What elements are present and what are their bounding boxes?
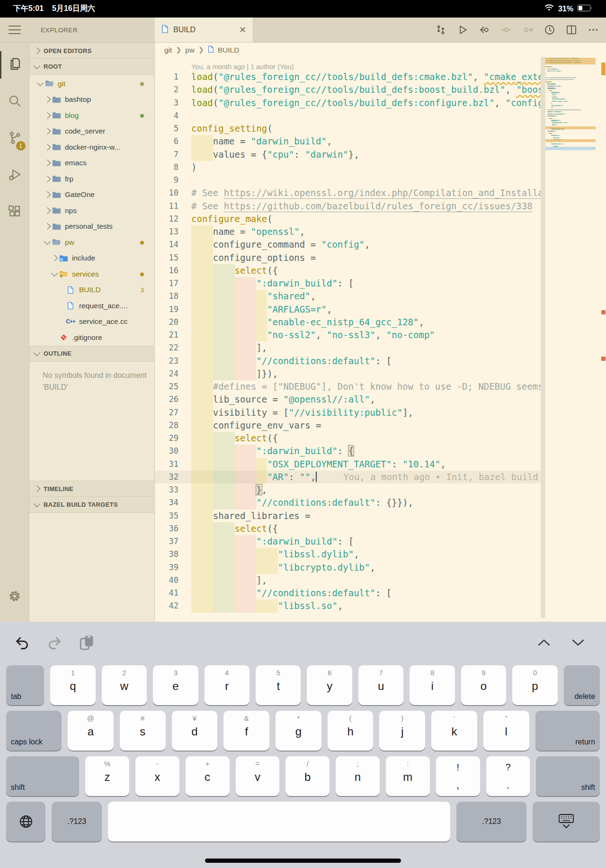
section-root[interactable]: ROOT [29, 59, 154, 75]
key-exclaim-comma[interactable]: !, [436, 756, 480, 796]
tree-item-service_ace.cc[interactable]: C++service_ace.cc [29, 314, 154, 330]
code-line-18[interactable]: 18"shared", [155, 290, 541, 303]
code-line-37[interactable]: 37":darwin_build": [ [155, 535, 541, 548]
tree-item-services[interactable]: services [29, 266, 154, 282]
key-n[interactable]: ;n [336, 756, 380, 796]
code-line-34[interactable]: 34"//conditions:default": {}}), [155, 496, 541, 509]
tree-item-git[interactable]: git [29, 76, 154, 92]
comment-link[interactable]: https://wiki.openssl.org/index.php/Compi… [224, 188, 541, 198]
code-line-41[interactable]: 41"//conditions:default": [ [155, 587, 541, 600]
code-line-17[interactable]: 17":darwin_build": [ [155, 277, 541, 290]
tree-item-pw[interactable]: pw [29, 234, 154, 251]
key-u[interactable]: 7u [358, 665, 403, 705]
key-i[interactable]: 8i [410, 665, 454, 705]
tree-item-personal_tests[interactable]: personal_tests [29, 219, 154, 235]
activity-explorer[interactable] [0, 46, 29, 83]
key-b[interactable]: /b [285, 756, 330, 796]
key-j[interactable]: )j [379, 711, 425, 751]
code-line-27[interactable]: 27visibility = ["//visibility:public"], [155, 406, 541, 419]
key-w[interactable]: 2w [102, 665, 147, 705]
code-line-7[interactable]: 7values = {"cpu": "darwin"}, [155, 148, 541, 161]
navigate-forward-icon[interactable] [522, 24, 534, 36]
key-l[interactable]: ”l [483, 711, 529, 751]
codelens-annotation[interactable]: You, a month ago | 1 author (You) [155, 58, 541, 71]
redo-icon[interactable] [46, 635, 62, 653]
key-t[interactable]: 5t [256, 665, 301, 705]
scroll-up-icon[interactable] [537, 638, 551, 649]
key-tab[interactable]: tab [6, 665, 44, 705]
code-line-24[interactable]: 24]}), [155, 367, 541, 380]
key-d[interactable]: ¥d [172, 711, 218, 751]
key-q[interactable]: 1q [50, 665, 95, 705]
breadcrumb-file[interactable]: BUILD [218, 46, 240, 54]
code-line-21[interactable]: 21"no-ssl2", "no-ssl3", "no-comp" [155, 329, 541, 341]
tree-item-emacs[interactable]: emacs [29, 155, 154, 171]
minimap[interactable] [545, 58, 596, 200]
key-p[interactable]: 0p [512, 665, 557, 705]
key-question-period[interactable]: ?. [486, 756, 530, 796]
code-line-5[interactable]: 5config_setting( [155, 122, 541, 135]
undo-icon[interactable] [14, 635, 30, 653]
key-123[interactable]: .?123 [456, 802, 527, 841]
more-actions-icon[interactable] [587, 24, 599, 36]
key-z[interactable]: %z [85, 756, 129, 796]
tree-item-frp[interactable]: frp [29, 171, 154, 187]
code-line-19[interactable]: 19"ARFLAGS=r", [155, 303, 541, 316]
code-line-35[interactable]: 35shared_libraries = [155, 510, 541, 522]
tree-item-code_server[interactable]: code_server [29, 124, 154, 140]
key-m[interactable]: :m [386, 756, 430, 796]
breadcrumb[interactable]: git ❯ pw ❯ BUILD [155, 43, 606, 58]
code-line-4[interactable]: 4 [155, 109, 541, 122]
code-line-16[interactable]: 16select({ [155, 264, 541, 277]
tree-item-.gitignore[interactable]: .gitignore [29, 330, 154, 346]
code-line-40[interactable]: 40], [155, 574, 541, 587]
code-line-31[interactable]: 31"OSX_DEPLOYMENT_TARGET": "10.14", [155, 458, 541, 471]
key-shift[interactable]: shift [6, 756, 79, 796]
tree-item-blog[interactable]: blog [29, 107, 154, 124]
key-keyboard-dismiss[interactable] [533, 802, 600, 841]
home-indicator[interactable] [205, 859, 401, 863]
code-line-26[interactable]: 26lib_source = "@openssl//:all", [155, 393, 541, 406]
code-line-32[interactable]: 32"AR": "",You, a month ago • Init, baze… [155, 471, 541, 483]
menu-button[interactable] [0, 18, 29, 42]
center-layout-icon[interactable] [500, 24, 512, 36]
code-line-29[interactable]: 29select({ [155, 432, 541, 445]
code-line-13[interactable]: 13name = "openssl", [155, 225, 541, 238]
key-globe[interactable] [6, 802, 45, 841]
key-h[interactable]: (h [328, 711, 374, 751]
key-123[interactable]: .?123 [52, 802, 102, 841]
key-shift[interactable]: shift [536, 756, 600, 796]
breadcrumb-pw[interactable]: pw [185, 46, 195, 54]
code-line-2[interactable]: 2load("@rules_foreign_cc//tools/build_de… [155, 83, 541, 96]
tab-build[interactable]: BUILD ✕ [155, 18, 253, 42]
key-e[interactable]: 3e [153, 665, 198, 705]
key-space[interactable] [108, 802, 450, 841]
key-delete[interactable]: delete [564, 665, 600, 705]
settings-button[interactable] [0, 583, 29, 611]
activity-source-control[interactable]: 1 [0, 120, 29, 157]
activity-search[interactable] [0, 83, 29, 120]
editor-scrollbar[interactable] [541, 57, 545, 618]
tree-item-GateOne[interactable]: GateOne [29, 187, 154, 203]
key-x[interactable]: -x [135, 756, 179, 796]
key-o[interactable]: 9o [461, 665, 506, 705]
code-line-10[interactable]: 10# See https://wiki.openssl.org/index.p… [155, 187, 541, 199]
paste-icon[interactable] [79, 635, 95, 653]
code-line-11[interactable]: 11# See https://github.com/bazelbuild/ru… [155, 200, 541, 213]
code-line-33[interactable]: 33}, [155, 483, 541, 496]
section-outline[interactable]: OUTLINE [29, 346, 154, 362]
section-open-editors[interactable]: OPEN EDITORS [29, 43, 154, 59]
key-g[interactable]: *g [276, 711, 321, 751]
comment-link[interactable]: https://github.com/bazelbuild/rules_fore… [224, 201, 533, 211]
split-editor-icon[interactable] [565, 24, 578, 36]
compare-changes-icon[interactable] [435, 24, 447, 36]
run-icon[interactable] [456, 24, 469, 36]
code-line-6[interactable]: 6name = "darwin_build", [155, 135, 541, 148]
code-line-36[interactable]: 36select({ [155, 522, 541, 535]
code-line-9[interactable]: 9 [155, 174, 541, 187]
code-line-15[interactable]: 15configure_options = [155, 251, 541, 264]
key-y[interactable]: 6y [307, 665, 352, 705]
tree-item-nps[interactable]: nps [29, 203, 154, 219]
activity-extensions[interactable] [0, 194, 29, 231]
tree-item-bashtop[interactable]: bashtop [29, 92, 154, 108]
